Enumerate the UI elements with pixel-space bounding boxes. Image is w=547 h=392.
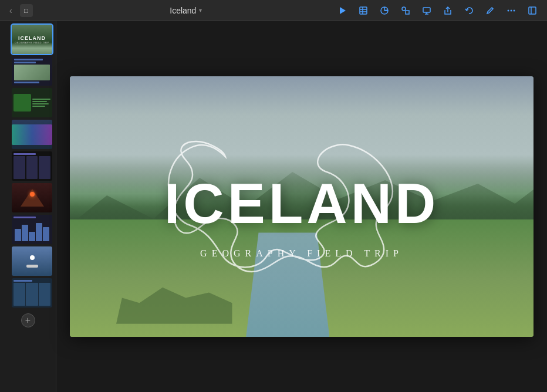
slide-row-5: 5	[4, 151, 52, 181]
slide-row-2: 2	[4, 56, 52, 86]
slide-thumb-4[interactable]	[12, 120, 52, 149]
present-button[interactable]	[418, 2, 435, 19]
slide-row-8: 8	[4, 246, 52, 276]
slide-thumb-6[interactable]	[12, 183, 52, 212]
add-slide-button[interactable]: +	[21, 313, 35, 327]
slide-thumb-7[interactable]	[12, 215, 52, 244]
slide-panel: 1 ICELAND GEOGRAPHY FIELD TRIP 2	[0, 21, 56, 392]
window-controls: ‹ □	[6, 4, 33, 17]
titlebar: ‹ □ Iceland ▾	[0, 0, 547, 21]
slide-canvas[interactable]: ICELAND GEOGRAPHY FIELD TRIP	[70, 76, 534, 337]
back-button[interactable]: ‹	[6, 5, 16, 16]
title-area: Iceland ▾	[39, 6, 333, 15]
slide-subtitle: GEOGRAPHY FIELD TRIP	[200, 248, 403, 259]
more-button[interactable]	[502, 2, 520, 19]
slide-thumb-2[interactable]	[12, 56, 52, 86]
play-button[interactable]	[333, 2, 351, 19]
main-area: 1 ICELAND GEOGRAPHY FIELD TRIP 2	[0, 21, 547, 392]
svg-point-8	[402, 7, 406, 11]
chart-button[interactable]	[376, 2, 393, 19]
share-button[interactable]	[439, 2, 457, 19]
document-title: Iceland	[170, 6, 196, 15]
slide-thumb-1[interactable]: ICELAND GEOGRAPHY FIELD TRIP	[12, 25, 52, 54]
slide-thumb-3[interactable]	[12, 88, 52, 117]
slide-thumb-9[interactable]	[12, 278, 52, 307]
slide-row-3: 3	[4, 88, 52, 117]
window-icon: □	[20, 4, 33, 17]
svg-rect-17	[529, 7, 536, 14]
svg-rect-9	[406, 11, 409, 14]
slide-row-1: 1 ICELAND GEOGRAPHY FIELD TRIP	[4, 25, 52, 54]
slide-row-6: 6	[4, 183, 52, 212]
slide-thumb-8[interactable]	[12, 246, 52, 276]
shapes-button[interactable]	[397, 2, 414, 19]
canvas-area: ICELAND GEOGRAPHY FIELD TRIP	[56, 21, 547, 392]
slide-thumb-5[interactable]	[12, 151, 52, 181]
table-button[interactable]	[354, 2, 372, 19]
slide-main-title: ICELAND	[164, 171, 440, 236]
slide-row-9: 9	[4, 278, 52, 307]
svg-line-13	[492, 8, 493, 9]
undo-button[interactable]	[460, 2, 478, 19]
sidebar-toggle-button[interactable]	[524, 2, 541, 19]
slide-row-7: 7	[4, 215, 52, 244]
pencil-button[interactable]	[481, 2, 499, 19]
svg-point-14	[508, 9, 509, 11]
svg-rect-10	[423, 8, 430, 12]
slide-row-4: 4	[4, 120, 52, 149]
toolbar	[333, 2, 541, 19]
svg-marker-0	[340, 7, 346, 14]
svg-rect-1	[360, 7, 367, 14]
svg-point-15	[511, 9, 512, 11]
svg-point-16	[514, 9, 515, 11]
title-chevron-icon[interactable]: ▾	[199, 7, 202, 13]
